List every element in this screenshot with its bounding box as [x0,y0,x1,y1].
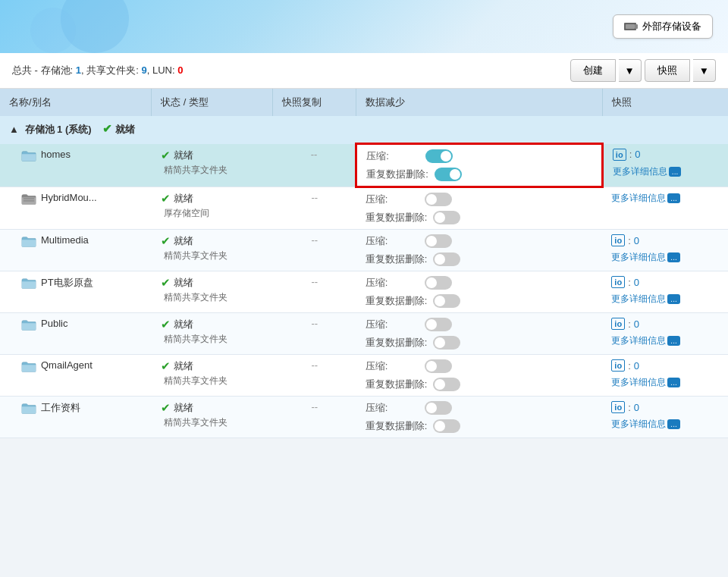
snapshot-icon: io [611,234,625,246]
vol-status: 就绪 [174,234,193,248]
toggle-dedup-5[interactable] [433,378,460,391]
dedup-cell: 压缩: 重复数据删除: [356,355,603,397]
svg-rect-4 [24,200,35,202]
toggle-dedup-6[interactable] [433,419,460,433]
toggle-compress-0[interactable] [425,149,453,163]
vol-name-cell: PT电影原盘 [0,271,152,313]
dedup-label: 重复数据删除: [366,336,428,350]
vol-name-cell: homes [0,144,152,187]
more-info-dots: ... [667,419,679,429]
summary-prefix: 总共 - 存储池: [12,64,76,76]
vol-type: 精简共享文件夹 [164,416,264,429]
more-info-dots: ... [667,378,679,387]
more-info-link[interactable]: 更多详细信息 ... [611,418,719,431]
more-info-dots: ... [667,252,679,262]
snapshot-icon: io [613,149,626,161]
vol-status: 就绪 [174,192,193,205]
snapshot-count-link[interactable]: 0 [635,149,640,160]
dedup-label: 重复数据删除: [366,168,428,181]
create-dropdown-button[interactable]: ▼ [619,59,642,82]
toggle-dedup-1[interactable] [433,211,460,224]
col-dedup: 数据减少 [356,89,603,116]
more-info-link[interactable]: 更多详细信息 ... [611,293,719,306]
pool-header-cell: ▲ 存储池 1 (系统) ✔ 就绪 [0,116,728,144]
pool-status: 就绪 [115,124,135,135]
dedup-label: 重复数据删除: [366,252,428,266]
snapshot-count-link[interactable]: 0 [634,318,639,330]
compress-label: 压缩: [366,359,419,373]
toggle-compress-1[interactable] [425,193,452,206]
pool-expand-icon[interactable]: ▲ [9,124,19,135]
vol-name-cell: HybridMou... [0,187,152,230]
snapshot-count-cell: 更多详细信息 ... [602,187,728,230]
toggle-compress-4[interactable] [425,318,452,331]
vol-status: 就绪 [174,401,193,415]
vol-status-cell: ✔ 就绪 精简共享文件夹 [152,313,273,355]
more-info-label: 更多详细信息 [611,418,666,431]
svg-rect-3 [24,198,35,199]
vol-name: QmailAgent [41,359,93,371]
snapshot-icon: io [611,401,625,413]
snapshot-count-cell: io : 0 更多详细信息 ... [602,230,728,271]
toggle-compress-3[interactable] [425,276,452,290]
storage-table: 名称/别名 状态 / 类型 快照复制 数据减少 快照 ▲ 存储池 1 (系统) … [0,89,728,438]
snapshot-count-link[interactable]: 0 [634,235,639,246]
more-info-label: 更多详细信息 [611,293,666,306]
pool-count: 1 [76,64,81,76]
status-ok-icon: ✔ [161,401,171,415]
toggle-dedup-3[interactable] [433,294,460,308]
external-storage-button[interactable]: 外部存储设备 [613,14,713,39]
dedup-cell: 压缩: 重复数据删除: [356,397,603,438]
more-info-link[interactable]: 更多详细信息 ... [611,334,719,347]
vol-name: PT电影原盘 [41,276,93,290]
snapshot-icon: io [611,359,625,372]
snapshot-count-link[interactable]: 0 [634,277,639,288]
more-info-link[interactable]: 更多详细信息 ... [611,376,719,389]
status-ok-icon: ✔ [161,192,171,205]
storage-icon [624,21,638,32]
vol-name-cell: Multimedia [0,230,152,271]
more-info-link[interactable]: 更多详细信息 ... [611,192,719,205]
vol-status: 就绪 [174,318,193,331]
toggle-dedup-0[interactable] [435,168,462,181]
more-info-label: 更多详细信息 [611,376,666,389]
snapshot-count-cell: io : 0 更多详细信息 ... [602,313,728,355]
share-count: 9 [141,64,146,76]
toggle-compress-2[interactable] [425,234,452,248]
snapshot-dropdown-button[interactable]: ▼ [693,59,716,82]
vol-status: 就绪 [174,359,193,373]
dedup-cell: 压缩: 重复数据删除: [356,271,603,313]
snapshot-copy-cell: -- [273,271,356,313]
more-info-label: 更多详细信息 [611,251,666,264]
external-storage-section: 外部存储设备 [613,14,713,39]
snapshot-icon: io [611,318,625,330]
snapshot-count-link[interactable]: 0 [634,402,639,413]
snapshot-count-cell: io : 0 更多详细信息 ... [602,144,728,187]
table-row: Multimedia ✔ 就绪 精简共享文件夹 -- 压缩: 重复数据删除: i… [0,230,728,271]
dedup-cell: 压缩: 重复数据删除: [356,313,603,355]
more-info-link[interactable]: 更多详细信息 ... [613,165,719,178]
toggle-compress-6[interactable] [425,401,452,415]
compress-label: 压缩: [366,193,419,206]
dedup-cell: 压缩: 重复数据删除: [356,230,603,271]
snapshot-copy-cell: -- [273,230,356,271]
toggle-dedup-2[interactable] [433,252,460,266]
snapshot-button[interactable]: 快照 [645,59,690,82]
vol-status: 就绪 [174,149,193,162]
summary-mid1: , 共享文件夹: [81,64,141,76]
dedup-label: 重复数据删除: [366,294,428,308]
snapshot-copy-cell: -- [273,187,356,230]
more-info-link[interactable]: 更多详细信息 ... [611,251,719,264]
compress-label: 压缩: [366,318,419,331]
table-row: PT电影原盘 ✔ 就绪 精简共享文件夹 -- 压缩: 重复数据删除: io : … [0,271,728,313]
toggle-compress-5[interactable] [425,359,452,373]
snapshot-count-link[interactable]: 0 [634,360,639,372]
vol-status-cell: ✔ 就绪 精简共享文件夹 [152,397,273,438]
toolbar: 总共 - 存储池: 1, 共享文件夹: 9, LUN: 0 创建 ▼ 快照 ▼ [0,53,728,89]
compress-label: 压缩: [366,401,419,415]
toggle-dedup-4[interactable] [433,336,460,350]
vol-name: Multimedia [41,234,89,246]
create-button[interactable]: 创建 [570,59,616,82]
more-info-label: 更多详细信息 [613,165,667,178]
vol-name: 工作资料 [41,401,80,415]
